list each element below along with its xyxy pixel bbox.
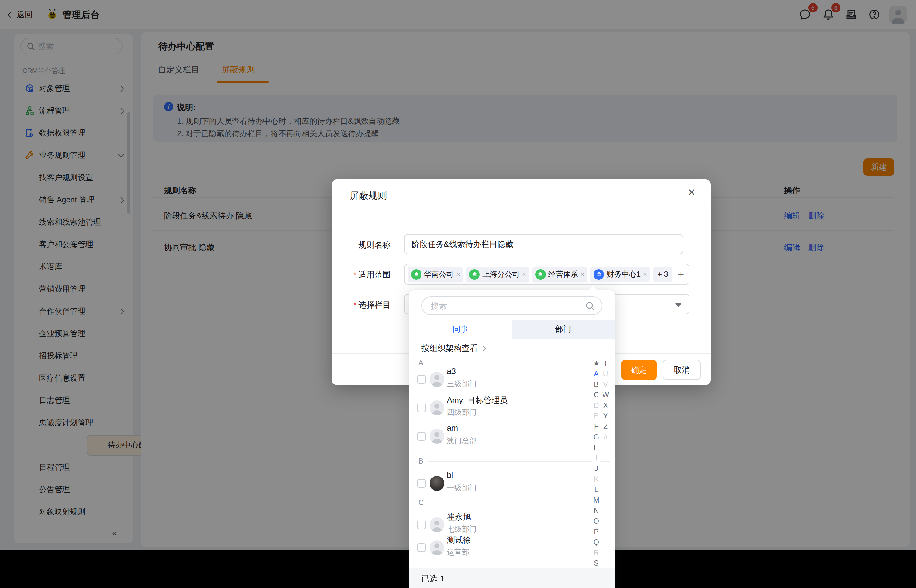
avatar	[430, 429, 444, 444]
avatar	[430, 517, 444, 532]
remove-tag-icon[interactable]: ×	[456, 270, 460, 278]
section-letter-c: C	[418, 498, 604, 507]
alpha-index-letter[interactable]: S	[592, 558, 600, 569]
alpha-index-letter[interactable]: Q	[592, 537, 600, 548]
people-picker-popover: 同事 部门 按组织架构查看 A a3 三级部门 Amy_目标管理员 四级部门 a…	[409, 290, 615, 588]
picker-search[interactable]	[422, 296, 602, 315]
alpha-index-letter[interactable]: G	[592, 432, 600, 443]
screen: 返回 管理后台 6 6	[0, 0, 916, 588]
remove-tag-icon[interactable]: ×	[643, 270, 647, 278]
person-row[interactable]: 测试徐 运营部	[409, 534, 592, 561]
department-icon	[411, 269, 422, 279]
cancel-button[interactable]: 取消	[663, 360, 701, 380]
tab-colleague[interactable]: 同事	[409, 320, 512, 339]
person-row[interactable]: a3 三级部门	[409, 366, 592, 393]
search-icon	[585, 301, 595, 311]
person-checkbox[interactable]	[417, 543, 426, 552]
more-tags-chip[interactable]: + 3	[653, 267, 672, 282]
person-row[interactable]: am 澳门总部	[409, 423, 592, 450]
rule-name-input[interactable]	[404, 234, 683, 254]
person-checkbox[interactable]	[417, 432, 426, 441]
scope-tag[interactable]: 上海分公司 ×	[466, 267, 529, 282]
column-select-label: *选择栏目	[332, 300, 391, 311]
selected-count: 已选 1	[422, 573, 444, 584]
alpha-index-letter[interactable]: Y	[602, 411, 610, 422]
chevron-right-icon	[481, 346, 486, 351]
remove-tag-icon[interactable]: ×	[522, 270, 526, 278]
alphabet-index-column-2: TUVWXYZ#	[602, 359, 610, 443]
person-checkbox[interactable]	[417, 404, 426, 412]
alpha-index-letter[interactable]: B	[592, 380, 600, 390]
remove-tag-icon[interactable]: ×	[580, 270, 585, 278]
alpha-index-letter[interactable]: ★	[592, 359, 600, 369]
scope-tag[interactable]: 经营体系 ×	[532, 267, 588, 282]
avatar	[430, 540, 444, 555]
scope-tag[interactable]: 财务中心1 ×	[591, 267, 650, 282]
modal-title: 屏蔽规则	[350, 190, 387, 202]
picker-search-input[interactable]	[431, 298, 585, 313]
alpha-index-letter[interactable]: O	[592, 516, 600, 527]
avatar	[430, 372, 444, 387]
alpha-index-letter[interactable]: L	[592, 485, 600, 495]
alpha-index-letter[interactable]: M	[592, 495, 600, 506]
person-checkbox[interactable]	[417, 520, 426, 529]
scope-tag-box[interactable]: 华南公司 × 上海分公司 × 经营体系 × 财务中心1 × + 3 +	[404, 264, 690, 285]
person-row[interactable]: bi 一级部门	[409, 470, 592, 497]
picker-footer: 已选 1	[409, 568, 615, 588]
avatar-photo	[430, 476, 444, 491]
department-icon	[535, 269, 546, 279]
person-row[interactable]: Amy_目标管理员 四级部门	[409, 394, 592, 422]
alphabet-index-column-1: ★ABCDEFGHIJKLMNOPQRS	[592, 359, 600, 569]
confirm-button[interactable]: 确定	[621, 360, 657, 380]
alpha-index-letter[interactable]: D	[592, 401, 600, 411]
tab-department[interactable]: 部门	[512, 320, 615, 339]
alpha-index-letter[interactable]: C	[592, 390, 600, 401]
alpha-index-letter[interactable]: #	[602, 432, 610, 443]
alpha-index-letter[interactable]: H	[592, 443, 600, 453]
department-icon	[594, 269, 604, 279]
alpha-index-letter[interactable]: K	[592, 474, 600, 485]
select-caret-icon	[675, 303, 682, 307]
scope-tag[interactable]: 华南公司 ×	[408, 267, 463, 282]
view-by-org-link[interactable]: 按组织架构查看	[422, 343, 485, 354]
alpha-index-letter[interactable]: X	[602, 401, 610, 411]
alpha-index-letter[interactable]: U	[602, 369, 610, 380]
alpha-index-letter[interactable]: P	[592, 527, 600, 537]
add-scope-icon[interactable]: +	[678, 269, 684, 279]
alpha-index-letter[interactable]: T	[602, 359, 610, 369]
alpha-index-letter[interactable]: Z	[602, 422, 610, 432]
alpha-index-letter[interactable]: J	[592, 464, 600, 474]
section-letter-b: B	[418, 457, 604, 465]
person-checkbox[interactable]	[417, 375, 426, 384]
alpha-index-letter[interactable]: N	[592, 506, 600, 516]
alpha-index-letter[interactable]: E	[592, 411, 600, 422]
alpha-index-letter[interactable]: V	[602, 380, 610, 390]
close-icon[interactable]: ×	[688, 186, 695, 199]
rule-name-label: 规则名称	[332, 239, 391, 251]
alpha-index-letter[interactable]: R	[592, 548, 600, 558]
avatar	[430, 401, 444, 415]
alpha-index-letter[interactable]: F	[592, 422, 600, 432]
scope-label: *适用范围	[332, 269, 391, 280]
department-icon	[469, 269, 480, 279]
alpha-index-letter[interactable]: W	[602, 390, 610, 401]
modal-header-divider	[332, 208, 711, 209]
person-checkbox[interactable]	[417, 479, 426, 488]
alpha-index-letter[interactable]: I	[592, 453, 600, 464]
alpha-index-letter[interactable]: A	[592, 369, 600, 380]
